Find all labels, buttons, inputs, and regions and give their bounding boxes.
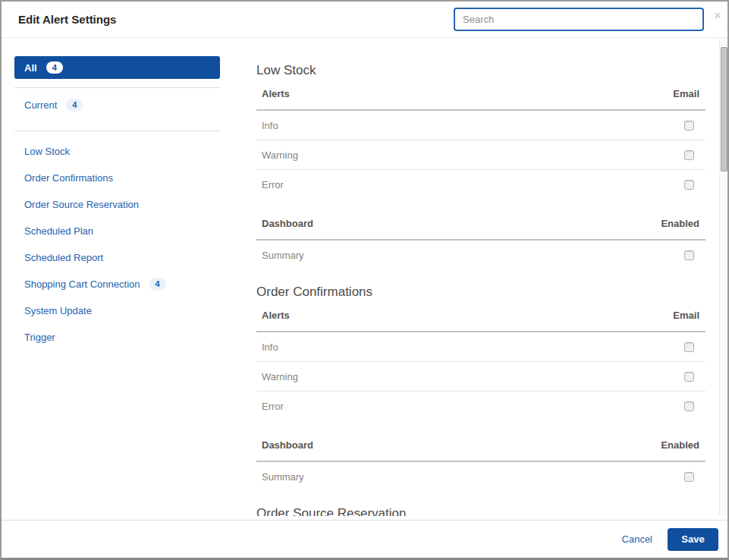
table-row-info: Info bbox=[256, 332, 705, 362]
alerts-table-header: Alerts Email bbox=[256, 88, 705, 111]
sidebar-item-label: Order Confirmations bbox=[24, 172, 113, 184]
enabled-checkbox-summary[interactable] bbox=[684, 472, 694, 482]
sidebar-item-all[interactable]: All 4 bbox=[14, 56, 220, 79]
table-row-summary: Summary bbox=[256, 241, 705, 270]
sidebar-item-label: Shopping Cart Connection bbox=[24, 278, 140, 290]
dialog-header: Edit Alert Settings × bbox=[2, 2, 727, 38]
sidebar-item-order-source-reservation[interactable]: Order Source Reservation bbox=[14, 191, 220, 218]
section-title: Order Confirmations bbox=[256, 284, 705, 300]
row-label: Warning bbox=[262, 149, 298, 161]
row-label: Info bbox=[262, 341, 278, 353]
sidebar-item-order-confirmations[interactable]: Order Confirmations bbox=[14, 165, 220, 191]
enabled-checkbox-summary[interactable] bbox=[684, 250, 694, 260]
sidebar-item-system-update[interactable]: System Update bbox=[14, 297, 220, 324]
table-row-error: Error bbox=[256, 170, 705, 200]
row-label: Error bbox=[262, 179, 284, 190]
sidebar-item-label: Trigger bbox=[24, 332, 55, 343]
row-label: Summary bbox=[262, 471, 304, 483]
sidebar-item-label: Low Stock bbox=[24, 146, 70, 157]
settings-content: Low Stock Alerts Email Info Warning bbox=[256, 38, 705, 516]
email-checkbox-info[interactable] bbox=[684, 342, 694, 352]
sidebar-item-scheduled-report[interactable]: Scheduled Report bbox=[14, 244, 220, 271]
dashboard-table-header: Dashboard Enabled bbox=[256, 439, 705, 462]
section-title: Low Stock bbox=[256, 62, 705, 79]
email-checkbox-error[interactable] bbox=[684, 180, 694, 190]
dashboard-table-header: Dashboard Enabled bbox=[256, 218, 705, 241]
email-column-label: Email bbox=[673, 88, 699, 99]
row-label: Error bbox=[262, 401, 284, 412]
sidebar-item-current-label: Current bbox=[24, 99, 57, 111]
table-row-summary: Summary bbox=[256, 462, 705, 492]
sidebar-item-label: Scheduled Plan bbox=[24, 225, 93, 237]
enabled-column-label: Enabled bbox=[661, 218, 699, 229]
dialog-footer: Cancel Save bbox=[2, 520, 727, 558]
alerts-header-label: Alerts bbox=[262, 310, 290, 321]
enabled-column-label: Enabled bbox=[661, 439, 699, 451]
table-row-info: Info bbox=[256, 111, 705, 140]
sidebar-item-label: Scheduled Report bbox=[24, 252, 103, 263]
alerts-table-body: Info Warning Error bbox=[256, 332, 705, 421]
edit-alert-settings-dialog: Edit Alert Settings × All 4 Current 4 Lo… bbox=[0, 0, 729, 560]
sidebar-item-trigger[interactable]: Trigger bbox=[14, 324, 220, 351]
dashboard-table-body: Summary bbox=[256, 241, 705, 270]
sidebar-category-list: Low Stock Order Confirmations Order Sour… bbox=[14, 138, 220, 351]
search-input[interactable] bbox=[454, 8, 704, 31]
sidebar-divider bbox=[14, 131, 220, 131]
sidebar-item-shopping-cart-connection[interactable]: Shopping Cart Connection 4 bbox=[14, 271, 220, 297]
category-sidebar: All 4 Current 4 Low Stock Order Confirma… bbox=[14, 56, 220, 351]
save-button[interactable]: Save bbox=[668, 528, 718, 551]
sidebar-item-label: System Update bbox=[24, 305, 92, 316]
sidebar-item-low-stock[interactable]: Low Stock bbox=[14, 138, 220, 165]
row-label: Warning bbox=[262, 371, 298, 382]
alerts-header-label: Alerts bbox=[262, 88, 290, 99]
alerts-table-header: Alerts Email bbox=[256, 310, 705, 332]
dashboard-header-label: Dashboard bbox=[262, 218, 313, 229]
current-count-badge: 4 bbox=[66, 99, 83, 111]
section-order-source-reservation: Order Source Reservation bbox=[256, 505, 705, 516]
sidebar-item-scheduled-plan[interactable]: Scheduled Plan bbox=[14, 218, 220, 244]
close-icon[interactable]: × bbox=[714, 9, 721, 22]
shopping-cart-count-badge: 4 bbox=[149, 278, 166, 290]
email-checkbox-error[interactable] bbox=[684, 401, 694, 411]
alerts-table-body: Info Warning Error bbox=[256, 111, 705, 200]
email-column-label: Email bbox=[673, 310, 699, 321]
table-row-warning: Warning bbox=[256, 140, 705, 170]
email-checkbox-warning[interactable] bbox=[684, 150, 694, 160]
section-low-stock: Low Stock Alerts Email Info Warning bbox=[256, 62, 705, 270]
section-title: Order Source Reservation bbox=[256, 505, 705, 516]
dialog-title: Edit Alert Settings bbox=[18, 13, 116, 26]
sidebar-item-all-label: All bbox=[24, 62, 37, 74]
scrollbar-thumb[interactable] bbox=[721, 47, 727, 171]
dashboard-header-label: Dashboard bbox=[262, 439, 313, 451]
sidebar-item-current[interactable]: Current 4 bbox=[14, 88, 220, 122]
row-label: Summary bbox=[262, 250, 304, 261]
section-order-confirmations: Order Confirmations Alerts Email Info Wa… bbox=[256, 284, 705, 492]
dashboard-table-body: Summary bbox=[256, 462, 705, 492]
email-checkbox-warning[interactable] bbox=[684, 372, 694, 382]
sidebar-item-label: Order Source Reservation bbox=[24, 199, 139, 210]
cancel-button[interactable]: Cancel bbox=[622, 533, 652, 545]
email-checkbox-info[interactable] bbox=[684, 121, 694, 131]
table-row-error: Error bbox=[256, 392, 705, 421]
all-count-badge: 4 bbox=[46, 61, 63, 74]
row-label: Info bbox=[262, 120, 278, 131]
table-row-warning: Warning bbox=[256, 362, 705, 392]
